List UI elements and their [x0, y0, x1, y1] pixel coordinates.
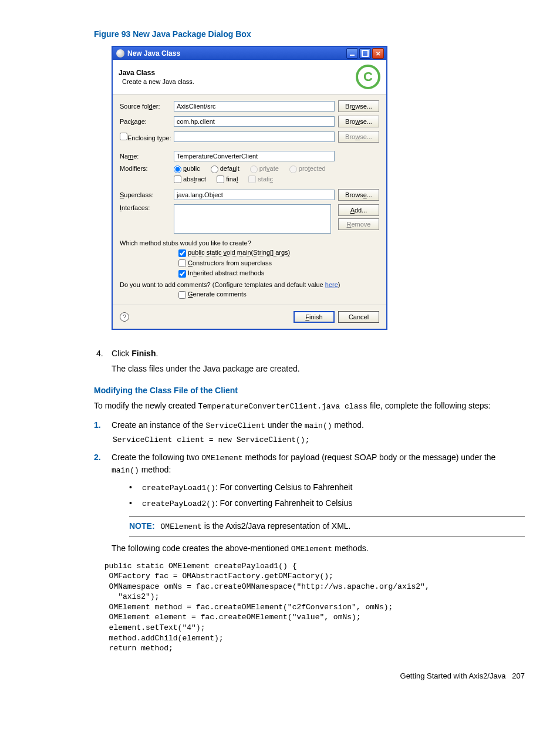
- substep-2: 2. Create the following two OMElement me…: [94, 451, 525, 558]
- step-4-number: 4.: [94, 347, 112, 359]
- remove-interface-button: Remove: [338, 218, 379, 230]
- main-stub-checkbox[interactable]: [178, 249, 186, 257]
- public-radio[interactable]: [174, 166, 181, 173]
- inherited-checkbox[interactable]: [178, 270, 186, 278]
- enclosing-type-checkbox[interactable]: [120, 133, 127, 140]
- comments-question: Do you want to add comments? (Configure …: [120, 281, 379, 288]
- final-checkbox[interactable]: [217, 175, 224, 183]
- package-label: Package:: [120, 118, 174, 125]
- source-folder-label: Source folder:: [120, 103, 174, 110]
- dialog-header: Java Class Create a new Java class. C: [113, 60, 386, 94]
- stubs-question: Which method stubs would you like to cre…: [120, 239, 379, 247]
- inherited-label: Inherited abstract methods: [188, 269, 264, 276]
- main-stub-label: public static void main(String[] args): [188, 249, 290, 256]
- constructors-checkbox[interactable]: [178, 259, 186, 267]
- bullet-payload1: createPayLoad1(): For converting Celsius…: [129, 481, 525, 494]
- figure-caption: Figure 93 New Java Package Dialog Box: [94, 29, 525, 39]
- dialog-header-desc: Create a new Java class.: [122, 78, 356, 85]
- substep-1: 1. Create an instance of the ServiceClie…: [94, 419, 525, 432]
- static-checkbox: [248, 175, 256, 183]
- private-radio: [250, 166, 258, 173]
- source-folder-input[interactable]: [174, 101, 335, 112]
- step-4: 4. Click Finish.: [94, 347, 525, 359]
- window-buttons: [346, 48, 384, 59]
- interfaces-label: Interfaces:: [120, 204, 174, 211]
- abstract-checkbox[interactable]: [174, 175, 181, 183]
- bullet-payload2: createPayLoad2(): For converting Fahrenh…: [129, 497, 525, 510]
- code-serviceclient: ServiceClient client = new ServiceClient…: [113, 436, 525, 445]
- titlebar: New Java Class: [113, 47, 386, 60]
- superclass-label: Superclass:: [120, 191, 174, 198]
- generate-comments-checkbox[interactable]: [178, 291, 186, 299]
- window-title: New Java Class: [127, 49, 346, 58]
- step-4-followup: The class files under the Java package a…: [112, 363, 525, 375]
- enclosing-type-input[interactable]: [174, 131, 335, 142]
- modifiers-label: Modifiers:: [120, 165, 174, 172]
- constructors-label: Constructors from superclass: [188, 259, 272, 266]
- minimize-button[interactable]: [346, 48, 358, 59]
- add-interface-button[interactable]: Add...: [338, 204, 379, 216]
- protected-radio: [289, 166, 297, 173]
- package-input[interactable]: [174, 116, 335, 127]
- cancel-button[interactable]: Cancel: [338, 311, 379, 323]
- heading-modify: Modifying the Class File of the Client: [94, 386, 525, 395]
- name-input[interactable]: [174, 151, 335, 161]
- interfaces-list[interactable]: [174, 204, 331, 234]
- browse-superclass-button[interactable]: Browse...: [338, 189, 379, 201]
- maximize-button[interactable]: [359, 48, 371, 59]
- wizard-icon: [116, 49, 124, 58]
- generate-comments-label: Generate comments: [188, 291, 247, 298]
- note-omelement: NOTE:OMElement is the Axis2/Java represe…: [129, 516, 525, 537]
- class-icon: C: [356, 65, 380, 89]
- default-radio[interactable]: [211, 166, 218, 173]
- finish-button[interactable]: Finish: [294, 311, 335, 323]
- browse-package-button[interactable]: Browse...: [338, 116, 379, 127]
- following-code-intro: The following code creates the above-men…: [112, 542, 525, 555]
- close-button[interactable]: [372, 48, 384, 59]
- superclass-input[interactable]: [174, 190, 335, 200]
- help-icon[interactable]: ?: [120, 312, 129, 322]
- page-footer: Getting Started with Axis2/Java 207: [94, 671, 525, 680]
- name-label: Name:: [120, 153, 174, 160]
- code-createpayload: public static OMElement createPayload1()…: [100, 561, 525, 654]
- dialog-header-title: Java Class: [119, 69, 356, 77]
- new-java-class-dialog: New Java Class Java Class Create a new J…: [112, 46, 387, 330]
- browse-source-folder-button[interactable]: Browse...: [338, 100, 379, 112]
- modify-intro: To modify the newly created TemperatureC…: [94, 400, 525, 413]
- browse-enclosing-button: Browse...: [338, 131, 379, 143]
- enclosing-type-label: Enclosing type:: [120, 133, 174, 141]
- here-link[interactable]: here: [325, 281, 338, 288]
